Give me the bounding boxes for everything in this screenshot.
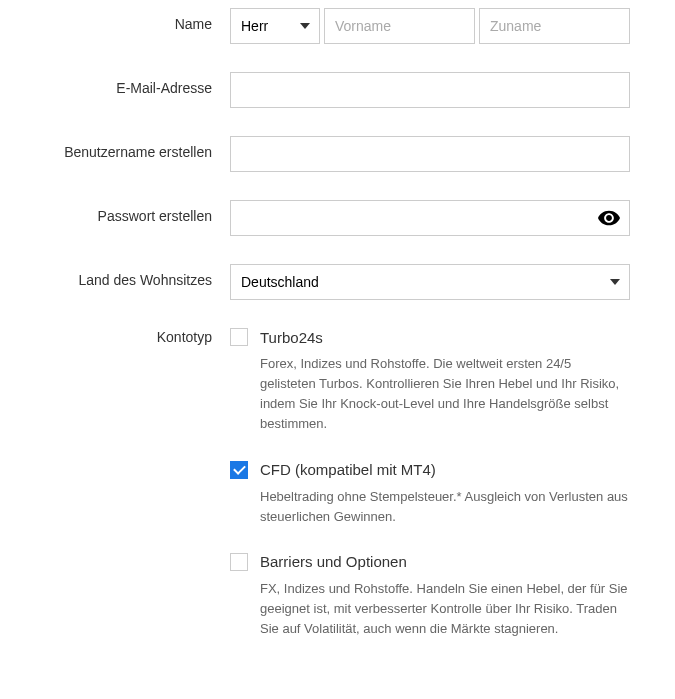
option-barriers: Barriers und Optionen FX, Indizes und Ro… xyxy=(230,553,630,639)
account-type-label: Kontotyp xyxy=(40,328,230,345)
username-label: Benutzername erstellen xyxy=(40,136,230,160)
option-cfd-row: CFD (kompatibel mit MT4) xyxy=(230,461,630,479)
turbo24s-description: Forex, Indizes und Rohstoffe. Die weltwe… xyxy=(260,354,630,435)
username-row: Benutzername erstellen xyxy=(40,136,635,172)
country-select-wrap: Deutschland xyxy=(230,264,630,300)
name-field-group: Herr xyxy=(230,8,630,44)
email-field xyxy=(230,72,630,108)
account-type-field: Turbo24s Forex, Indizes und Rohstoffe. D… xyxy=(230,328,630,665)
option-cfd: CFD (kompatibel mit MT4) Hebeltrading oh… xyxy=(230,461,630,527)
cfd-title: CFD (kompatibel mit MT4) xyxy=(260,461,436,478)
salutation-select[interactable]: Herr xyxy=(230,8,320,44)
lastname-input[interactable] xyxy=(479,8,630,44)
email-row: E-Mail-Adresse xyxy=(40,72,635,108)
name-row: Name Herr xyxy=(40,8,635,44)
password-input[interactable] xyxy=(230,200,630,236)
country-row: Land des Wohnsitzes Deutschland xyxy=(40,264,635,300)
password-field xyxy=(230,200,630,236)
account-type-row: Kontotyp Turbo24s Forex, Indizes und Roh… xyxy=(40,328,635,665)
turbo24s-title: Turbo24s xyxy=(260,329,323,346)
country-select[interactable]: Deutschland xyxy=(230,264,630,300)
eye-icon[interactable] xyxy=(598,207,620,229)
username-input[interactable] xyxy=(230,136,630,172)
country-label: Land des Wohnsitzes xyxy=(40,264,230,288)
option-turbo24s: Turbo24s Forex, Indizes und Rohstoffe. D… xyxy=(230,328,630,435)
barriers-checkbox[interactable] xyxy=(230,553,248,571)
turbo24s-checkbox[interactable] xyxy=(230,328,248,346)
barriers-description: FX, Indizes und Rohstoffe. Handeln Sie e… xyxy=(260,579,630,639)
username-field xyxy=(230,136,630,172)
name-label: Name xyxy=(40,8,230,32)
email-input[interactable] xyxy=(230,72,630,108)
email-label: E-Mail-Adresse xyxy=(40,72,230,96)
password-label: Passwort erstellen xyxy=(40,200,230,224)
barriers-title: Barriers und Optionen xyxy=(260,553,407,570)
cfd-description: Hebeltrading ohne Stempelsteuer.* Ausgle… xyxy=(260,487,630,527)
password-row: Passwort erstellen xyxy=(40,200,635,236)
cfd-checkbox[interactable] xyxy=(230,461,248,479)
option-barriers-row: Barriers und Optionen xyxy=(230,553,630,571)
country-field: Deutschland xyxy=(230,264,630,300)
firstname-input[interactable] xyxy=(324,8,475,44)
option-turbo24s-row: Turbo24s xyxy=(230,328,630,346)
salutation-select-wrap: Herr xyxy=(230,8,320,44)
